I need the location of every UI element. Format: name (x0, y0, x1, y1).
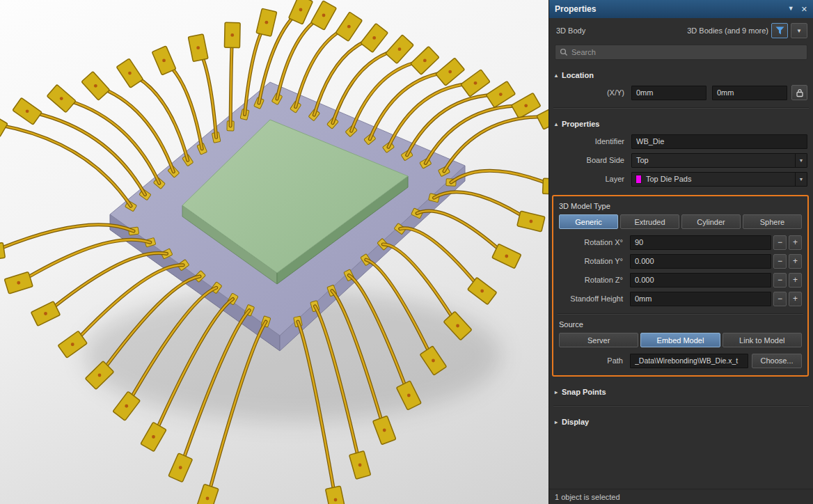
source-link-to-model-button[interactable]: Link to Model (723, 333, 802, 347)
source-embed-model-button[interactable]: Embed Model (640, 333, 720, 347)
search-box (555, 45, 807, 60)
filter-button[interactable] (771, 23, 788, 38)
standoff-height-decrement-button[interactable]: − (773, 292, 787, 306)
rotation-x-increment-button[interactable]: + (789, 235, 802, 250)
close-icon[interactable]: ✕ (801, 5, 807, 14)
rotation-y-label: Rotation Y° (559, 257, 630, 265)
chevron-down-icon: ▼ (796, 28, 802, 34)
panel-title: Properties (555, 4, 596, 14)
rotation-y-decrement-button[interactable]: − (773, 254, 787, 269)
divider (553, 107, 809, 109)
identifier-row: Identifier (549, 134, 813, 149)
board-side-label: Board Side (555, 156, 631, 164)
model-type-sphere-button[interactable]: Sphere (743, 214, 802, 229)
path-label: Path (559, 356, 630, 365)
rotation-y-row: Rotation Y° − + (558, 253, 803, 269)
layer-row: Layer Top Die Pads ▼ (549, 171, 813, 187)
model-type-group: 3D Model Type Generic Extruded Cylinder … (552, 195, 809, 377)
search-icon (560, 48, 568, 56)
rotation-x-row: Rotation X° − + (558, 235, 803, 250)
filter-dropdown-button[interactable]: ▼ (791, 23, 807, 38)
layer-value: Top Die Pads (642, 175, 795, 183)
app-window: Properties ▼ ✕ 3D Body 3D Bodies (and 9 … (0, 0, 813, 504)
panel-header: Properties ▼ ✕ (549, 0, 813, 18)
path-row: Path Choose... (558, 353, 803, 368)
model-type-generic-button[interactable]: Generic (559, 214, 618, 229)
divider (553, 405, 809, 407)
rotation-x-decrement-button[interactable]: − (773, 235, 787, 250)
identifier-label: Identifier (555, 137, 631, 145)
funnel-icon (775, 26, 784, 35)
section-snap-points-label: Snap Points (562, 388, 606, 396)
section-location-label: Location (562, 71, 594, 79)
model-type-extruded-button[interactable]: Extruded (620, 214, 679, 229)
board-side-value: Top (632, 156, 795, 164)
board-side-row: Board Side Top ▼ (549, 152, 813, 168)
source-header: Source (558, 320, 803, 329)
rotation-x-field[interactable] (630, 235, 771, 250)
section-collapsed-icon: ▸ (555, 389, 558, 395)
choose-path-button[interactable]: Choose... (752, 354, 802, 368)
rotation-z-label: Rotation Z° (559, 276, 630, 284)
properties-panel: Properties ▼ ✕ 3D Body 3D Bodies (and 9 … (548, 0, 813, 504)
panel-menu-icon[interactable]: ▼ (788, 5, 794, 14)
section-expanded-icon: ▴ (555, 72, 558, 79)
section-properties-label: Properties (562, 120, 599, 128)
selection-status: 1 object is selected (555, 493, 620, 501)
rotation-z-row: Rotation Z° − + (558, 272, 803, 288)
model-type-header: 3D Model Type (558, 202, 803, 210)
layer-dropdown[interactable]: Top Die Pads ▼ (631, 172, 807, 187)
rotation-z-field[interactable] (630, 273, 771, 288)
standoff-height-field[interactable] (630, 292, 771, 306)
chevron-down-icon: ▼ (795, 154, 807, 167)
section-collapsed-icon: ▸ (555, 419, 558, 425)
section-properties[interactable]: ▴ Properties (549, 118, 813, 130)
standoff-height-label: Standoff Height (559, 294, 630, 303)
source-server-button[interactable]: Server (559, 333, 638, 347)
board-side-dropdown[interactable]: Top ▼ (631, 153, 807, 168)
x-coordinate-field[interactable] (631, 86, 707, 100)
standoff-height-increment-button[interactable]: + (789, 292, 802, 306)
model-type-cylinder-button[interactable]: Cylinder (681, 214, 741, 229)
rotation-y-increment-button[interactable]: + (789, 254, 802, 269)
lock-position-button[interactable] (791, 85, 807, 100)
status-bar: 1 object is selected (549, 489, 813, 504)
selection-summary: 3D Bodies (and 9 more) (687, 26, 768, 35)
xy-row: (X/Y) (549, 85, 813, 100)
section-location[interactable]: ▴ Location (549, 69, 813, 81)
xy-label: (X/Y) (555, 88, 631, 97)
rotation-y-field[interactable] (630, 254, 771, 269)
rotation-z-decrement-button[interactable]: − (773, 273, 787, 288)
section-display[interactable]: ▸ Display (549, 416, 813, 428)
identifier-field[interactable] (631, 134, 807, 149)
standoff-height-row: Standoff Height − + (558, 291, 803, 306)
layer-label: Layer (555, 175, 631, 183)
wirebond-die-scene (0, 0, 548, 504)
source-buttons: Server Embed Model Link to Model (558, 333, 803, 347)
search-input[interactable] (571, 48, 803, 56)
rotation-x-label: Rotation X° (559, 238, 630, 246)
divider (558, 313, 803, 315)
section-display-label: Display (562, 418, 589, 426)
object-type-label: 3D Body (556, 26, 585, 35)
lock-icon (796, 88, 804, 97)
3d-viewport[interactable] (0, 0, 548, 504)
object-filter-row: 3D Body 3D Bodies (and 9 more) ▼ (549, 18, 813, 42)
rotation-z-increment-button[interactable]: + (789, 273, 802, 288)
model-type-buttons: Generic Extruded Cylinder Sphere (558, 214, 803, 229)
chevron-down-icon: ▼ (795, 173, 807, 186)
y-coordinate-field[interactable] (712, 86, 787, 100)
section-expanded-icon: ▴ (555, 121, 558, 127)
section-snap-points[interactable]: ▸ Snap Points (549, 386, 813, 398)
layer-color-swatch (636, 175, 642, 184)
path-field[interactable] (630, 354, 748, 368)
